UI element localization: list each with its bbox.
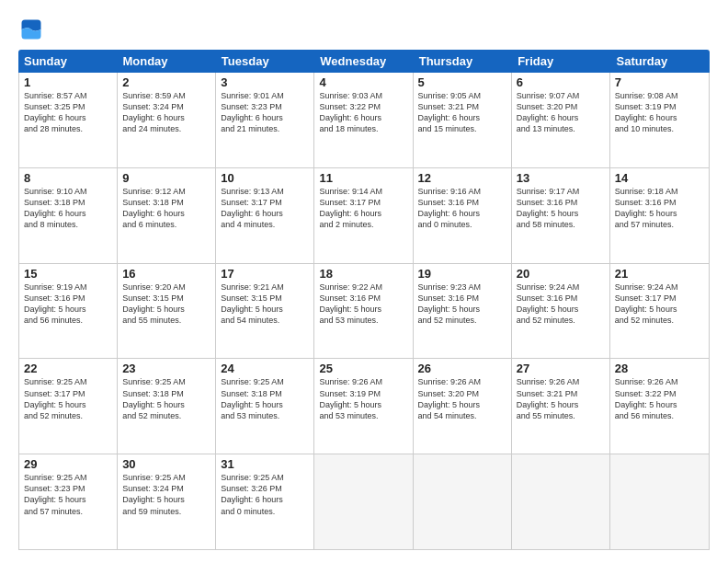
header-day-saturday: Saturday — [611, 50, 710, 73]
cell-info: Sunrise: 9:03 AMSunset: 3:22 PMDaylight:… — [319, 90, 407, 135]
cell-info: Sunrise: 9:26 AMSunset: 3:20 PMDaylight:… — [418, 376, 506, 421]
day-cell-27: 27Sunrise: 9:26 AMSunset: 3:21 PMDayligh… — [512, 359, 610, 454]
cell-info: Sunrise: 9:26 AMSunset: 3:22 PMDaylight:… — [615, 376, 704, 421]
day-cell-4: 4Sunrise: 9:03 AMSunset: 3:22 PMDaylight… — [314, 73, 413, 167]
header-day-tuesday: Tuesday — [216, 50, 314, 73]
day-number: 18 — [319, 267, 407, 281]
day-cell-18: 18Sunrise: 9:22 AMSunset: 3:16 PMDayligh… — [314, 264, 413, 359]
empty-cell — [314, 454, 413, 549]
day-number: 20 — [517, 267, 605, 281]
day-number: 12 — [418, 171, 506, 185]
empty-cell — [512, 454, 610, 549]
day-number: 11 — [319, 171, 407, 185]
week-4: 22Sunrise: 9:25 AMSunset: 3:17 PMDayligh… — [19, 359, 709, 454]
day-cell-9: 9Sunrise: 9:12 AMSunset: 3:18 PMDaylight… — [118, 168, 216, 263]
day-cell-5: 5Sunrise: 9:05 AMSunset: 3:21 PMDaylight… — [414, 73, 512, 167]
day-cell-24: 24Sunrise: 9:25 AMSunset: 3:18 PMDayligh… — [216, 359, 314, 454]
day-number: 24 — [221, 362, 309, 375]
cell-info: Sunrise: 9:21 AMSunset: 3:15 PMDaylight:… — [221, 282, 309, 327]
day-number: 13 — [517, 171, 605, 185]
day-cell-6: 6Sunrise: 9:07 AMSunset: 3:20 PMDaylight… — [512, 73, 610, 167]
day-cell-2: 2Sunrise: 8:59 AMSunset: 3:24 PMDaylight… — [118, 73, 216, 167]
day-number: 25 — [319, 362, 407, 375]
cell-info: Sunrise: 9:20 AMSunset: 3:15 PMDaylight:… — [122, 282, 210, 327]
day-number: 9 — [122, 171, 210, 185]
day-number: 10 — [221, 171, 309, 185]
logo-icon — [18, 17, 44, 42]
day-cell-13: 13Sunrise: 9:17 AMSunset: 3:16 PMDayligh… — [512, 168, 610, 263]
header-day-monday: Monday — [117, 50, 215, 73]
day-number: 21 — [615, 267, 704, 281]
cell-info: Sunrise: 9:18 AMSunset: 3:16 PMDaylight:… — [615, 186, 704, 231]
cell-info: Sunrise: 9:25 AMSunset: 3:17 PMDaylight:… — [24, 376, 112, 421]
cell-info: Sunrise: 9:25 AMSunset: 3:24 PMDaylight:… — [122, 472, 210, 517]
cell-info: Sunrise: 9:13 AMSunset: 3:17 PMDaylight:… — [221, 186, 309, 231]
day-number: 28 — [615, 362, 704, 375]
day-number: 26 — [418, 362, 506, 375]
cell-info: Sunrise: 8:59 AMSunset: 3:24 PMDaylight:… — [122, 90, 210, 135]
week-2: 8Sunrise: 9:10 AMSunset: 3:18 PMDaylight… — [19, 168, 709, 264]
day-number: 30 — [122, 457, 210, 471]
day-number: 15 — [24, 267, 112, 281]
day-cell-28: 28Sunrise: 9:26 AMSunset: 3:22 PMDayligh… — [610, 359, 709, 454]
header-day-sunday: Sunday — [18, 50, 117, 73]
day-cell-21: 21Sunrise: 9:24 AMSunset: 3:17 PMDayligh… — [610, 264, 709, 359]
cell-info: Sunrise: 9:24 AMSunset: 3:17 PMDaylight:… — [615, 282, 704, 327]
day-cell-30: 30Sunrise: 9:25 AMSunset: 3:24 PMDayligh… — [118, 454, 216, 549]
day-number: 29 — [24, 457, 112, 471]
day-cell-22: 22Sunrise: 9:25 AMSunset: 3:17 PMDayligh… — [19, 359, 118, 454]
cell-info: Sunrise: 9:08 AMSunset: 3:19 PMDaylight:… — [615, 90, 704, 135]
day-cell-26: 26Sunrise: 9:26 AMSunset: 3:20 PMDayligh… — [414, 359, 512, 454]
day-number: 4 — [319, 75, 407, 89]
day-number: 17 — [221, 267, 309, 281]
day-cell-10: 10Sunrise: 9:13 AMSunset: 3:17 PMDayligh… — [216, 168, 314, 263]
day-cell-7: 7Sunrise: 9:08 AMSunset: 3:19 PMDaylight… — [610, 73, 709, 167]
cell-info: Sunrise: 9:26 AMSunset: 3:19 PMDaylight:… — [319, 376, 407, 421]
day-cell-3: 3Sunrise: 9:01 AMSunset: 3:23 PMDaylight… — [216, 73, 314, 167]
header — [18, 17, 710, 42]
cell-info: Sunrise: 9:05 AMSunset: 3:21 PMDaylight:… — [418, 90, 506, 135]
cell-info: Sunrise: 9:23 AMSunset: 3:16 PMDaylight:… — [418, 282, 506, 327]
day-cell-17: 17Sunrise: 9:21 AMSunset: 3:15 PMDayligh… — [216, 264, 314, 359]
cell-info: Sunrise: 9:24 AMSunset: 3:16 PMDaylight:… — [517, 282, 605, 327]
day-cell-29: 29Sunrise: 9:25 AMSunset: 3:23 PMDayligh… — [19, 454, 118, 549]
day-number: 1 — [24, 75, 112, 89]
cell-info: Sunrise: 9:01 AMSunset: 3:23 PMDaylight:… — [221, 90, 309, 135]
cell-info: Sunrise: 9:16 AMSunset: 3:16 PMDaylight:… — [418, 186, 506, 231]
day-cell-23: 23Sunrise: 9:25 AMSunset: 3:18 PMDayligh… — [118, 359, 216, 454]
day-cell-12: 12Sunrise: 9:16 AMSunset: 3:16 PMDayligh… — [414, 168, 512, 263]
day-cell-15: 15Sunrise: 9:19 AMSunset: 3:16 PMDayligh… — [19, 264, 118, 359]
cell-info: Sunrise: 9:07 AMSunset: 3:20 PMDaylight:… — [517, 90, 605, 135]
day-number: 22 — [24, 362, 112, 375]
header-day-wednesday: Wednesday — [314, 50, 413, 73]
calendar: SundayMondayTuesdayWednesdayThursdayFrid… — [18, 50, 710, 550]
day-number: 5 — [418, 75, 506, 89]
day-cell-20: 20Sunrise: 9:24 AMSunset: 3:16 PMDayligh… — [512, 264, 610, 359]
day-number: 23 — [122, 362, 210, 375]
day-cell-8: 8Sunrise: 9:10 AMSunset: 3:18 PMDaylight… — [19, 168, 118, 263]
day-number: 3 — [221, 75, 309, 89]
day-cell-14: 14Sunrise: 9:18 AMSunset: 3:16 PMDayligh… — [610, 168, 709, 263]
cell-info: Sunrise: 9:22 AMSunset: 3:16 PMDaylight:… — [319, 282, 407, 327]
week-1: 1Sunrise: 8:57 AMSunset: 3:25 PMDaylight… — [19, 73, 709, 168]
day-number: 16 — [122, 267, 210, 281]
cell-info: Sunrise: 9:25 AMSunset: 3:18 PMDaylight:… — [221, 376, 309, 421]
day-number: 31 — [221, 457, 309, 471]
empty-cell — [414, 454, 512, 549]
calendar-header: SundayMondayTuesdayWednesdayThursdayFrid… — [18, 50, 710, 73]
day-cell-25: 25Sunrise: 9:26 AMSunset: 3:19 PMDayligh… — [314, 359, 413, 454]
day-number: 2 — [122, 75, 210, 89]
cell-info: Sunrise: 8:57 AMSunset: 3:25 PMDaylight:… — [24, 90, 112, 135]
cell-info: Sunrise: 9:19 AMSunset: 3:16 PMDaylight:… — [24, 282, 112, 327]
day-number: 14 — [615, 171, 704, 185]
day-cell-31: 31Sunrise: 9:25 AMSunset: 3:26 PMDayligh… — [216, 454, 314, 549]
week-5: 29Sunrise: 9:25 AMSunset: 3:23 PMDayligh… — [19, 454, 709, 549]
cell-info: Sunrise: 9:12 AMSunset: 3:18 PMDaylight:… — [122, 186, 210, 231]
day-cell-16: 16Sunrise: 9:20 AMSunset: 3:15 PMDayligh… — [118, 264, 216, 359]
header-day-friday: Friday — [512, 50, 610, 73]
day-number: 27 — [517, 362, 605, 375]
cell-info: Sunrise: 9:25 AMSunset: 3:26 PMDaylight:… — [221, 472, 309, 517]
day-number: 7 — [615, 75, 704, 89]
cell-info: Sunrise: 9:25 AMSunset: 3:23 PMDaylight:… — [24, 472, 112, 517]
logo — [18, 17, 48, 42]
